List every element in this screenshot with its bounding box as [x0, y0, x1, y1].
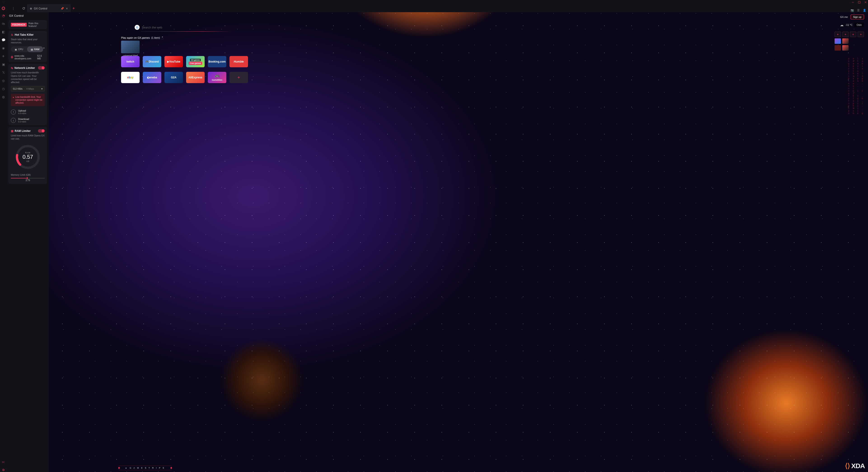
- speed-dial-main: GX.me Sign up ☁ -11 °C Oslo + + + +: [49, 12, 868, 472]
- maximize-button[interactable]: [858, 1, 861, 4]
- network-limiter-card: ⇆Network Limiter Limit how much bandwidt…: [8, 64, 47, 125]
- hot-tab-mem: 52.6 MB: [37, 55, 45, 60]
- upload-rate: ↑ Upload0.0 KB/s: [11, 109, 45, 115]
- signup-button[interactable]: Sign up: [850, 14, 864, 20]
- weather-icon: ☁: [840, 23, 844, 27]
- download-icon: ↓: [11, 118, 16, 123]
- opera-gx-logo[interactable]: [0, 4, 7, 12]
- ram-chip-icon: ▤: [11, 129, 13, 132]
- ram-icon: ▤: [31, 48, 33, 50]
- ram-title: RAM Limiter: [15, 129, 31, 132]
- quick-thumb-3[interactable]: [835, 45, 841, 51]
- music-icon[interactable]: ◍: [1, 95, 5, 99]
- play-again-section: Play again on GX.games (1 item) ⌃ univer…: [121, 36, 163, 57]
- dial-add[interactable]: +: [229, 72, 248, 83]
- svg-point-2: [3, 7, 4, 10]
- dial-gx-games[interactable]: GX.games Free games: [186, 56, 205, 67]
- dial-youtube[interactable]: ▶ YouTube: [164, 56, 183, 67]
- reload-button[interactable]: [20, 4, 28, 12]
- quick-thumb-4[interactable]: [842, 45, 848, 51]
- network-title: Network Limiter: [14, 66, 35, 69]
- feedback-link[interactable]: Rate this feature!: [28, 22, 45, 27]
- gxme-link[interactable]: GX.me: [840, 15, 848, 18]
- ram-gauge: RAM 0.57 GB: [14, 144, 41, 170]
- new-tab-button[interactable]: +: [70, 4, 77, 12]
- ram-limiter-card: ▤RAM Limiter Limit how much RAM Opera GX…: [8, 127, 47, 184]
- quick-add-3[interactable]: +: [850, 32, 856, 37]
- vpn-icon[interactable]: ⩙: [1, 460, 5, 464]
- network-toggle[interactable]: [38, 66, 45, 69]
- instagram-icon[interactable]: ▣: [1, 62, 5, 66]
- discord-icon[interactable]: ◎: [1, 78, 5, 83]
- quick-add-4[interactable]: +: [858, 32, 864, 37]
- search-bar[interactable]: G: [135, 24, 236, 31]
- cpu-icon: ▣: [15, 48, 17, 50]
- hot-tab-row[interactable]: www.xda-developers.com 52.6 MB: [11, 55, 45, 60]
- feedback-card[interactable]: FEEDBACK Rate this feature!: [8, 20, 47, 29]
- pin-tab-icon[interactable]: 📌: [61, 7, 64, 10]
- bandwidth-alert: ● Low bandwidth limit. Your connection s…: [11, 94, 45, 106]
- weather-temp: -11 °C: [845, 24, 852, 26]
- quick-add-2[interactable]: +: [842, 32, 848, 37]
- tab-favicon: ⊕: [30, 7, 32, 10]
- telegram-icon[interactable]: ✈: [1, 54, 5, 58]
- heart-icon[interactable]: ♡: [2, 1, 5, 4]
- resource-segment[interactable]: ▣CPU ▤RAM: [11, 46, 43, 52]
- close-window-button[interactable]: [864, 1, 867, 4]
- memory-limit-slider[interactable]: 3.75: [11, 178, 45, 182]
- settings-icon[interactable]: ⚙: [1, 468, 5, 472]
- profile-icon[interactable]: 👤: [863, 9, 866, 12]
- bandwidth-select[interactable]: 512 KB/s · 4 Mbps ▾: [11, 86, 45, 91]
- minimize-button[interactable]: [851, 1, 855, 4]
- add-resource-icon[interactable]: +: [43, 46, 45, 50]
- snapshot-icon[interactable]: 📷: [850, 9, 854, 12]
- dial-ebay[interactable]: ebay: [121, 72, 140, 83]
- x-twitter-icon[interactable]: 𝕏: [1, 70, 5, 74]
- svg-point-1: [2, 7, 5, 10]
- close-tab-icon[interactable]: ✕: [66, 7, 68, 10]
- google-icon[interactable]: G: [135, 25, 140, 30]
- tab-title: GX Control: [34, 7, 47, 10]
- shopping-icon[interactable]: 🛍: [1, 22, 5, 26]
- quick-add-1[interactable]: +: [835, 32, 841, 37]
- chevron-left-icon: ◂: [125, 467, 127, 469]
- dial-discord[interactable]: 🎮 Discord: [143, 56, 161, 67]
- dial-aliexpress[interactable]: AliExpress: [186, 72, 205, 83]
- download-rate: ↓ Download0.0 KB/s: [11, 118, 45, 123]
- play-again-header[interactable]: Play again on GX.games (1 item) ⌃: [121, 36, 163, 39]
- gx-control-icon[interactable]: ◔: [1, 13, 5, 18]
- memory-limit-label: Memory Limit (GB): [11, 173, 45, 177]
- menu-icon[interactable]: ⋮: [12, 7, 15, 10]
- clock-icon[interactable]: ◷: [1, 87, 5, 91]
- ram-desc: Limit how much RAM Opera GX can use.: [11, 134, 45, 140]
- messenger-icon[interactable]: ◉: [1, 46, 5, 50]
- svg-rect-0: [858, 1, 860, 3]
- game-tile-universal-thief[interactable]: universal thief: [121, 41, 140, 57]
- quick-thumb-2[interactable]: [842, 38, 848, 44]
- dial-humble[interactable]: Humble: [229, 56, 248, 67]
- dial-eneba[interactable]: ◐ eneba: [143, 72, 161, 83]
- whatsapp-icon[interactable]: 💬: [1, 38, 5, 42]
- gx-control-panel: GX Control FEEDBACK Rate this feature! ♨…: [7, 12, 49, 472]
- tab-gx-control[interactable]: ⊕ GX Control 📌 ✕: [28, 4, 70, 12]
- hot-tab-url: www.xda-developers.com: [14, 55, 37, 60]
- dial-twitch[interactable]: twitch: [121, 56, 140, 67]
- game-strips-bar[interactable]: ◂ G A M E S T R I P S: [119, 466, 172, 470]
- seg-cpu[interactable]: ▣CPU: [11, 46, 27, 52]
- flame-icon: ♨: [11, 33, 13, 36]
- dial-g2a[interactable]: G2A: [164, 72, 183, 83]
- network-icon: ⇆: [11, 66, 13, 69]
- quick-thumb-1[interactable]: [835, 38, 841, 44]
- easy-setup-icon[interactable]: ☰: [857, 9, 860, 12]
- hot-tabs-killer-card: ♨Hot Tabs Killer Slash tabs that steal y…: [8, 31, 47, 62]
- mods-icon[interactable]: ◧: [1, 30, 5, 34]
- seg-ram[interactable]: ▤RAM: [27, 46, 43, 52]
- ram-toggle[interactable]: [38, 129, 45, 132]
- search-input[interactable]: [142, 26, 236, 29]
- weather-widget[interactable]: ☁ -11 °C Oslo: [840, 23, 864, 27]
- weather-city[interactable]: Oslo: [854, 23, 864, 27]
- dial-booking[interactable]: Booking.com: [208, 56, 226, 67]
- hot-tabs-title: Hot Tabs Killer: [15, 33, 34, 36]
- dial-gamebites[interactable]: 🎮GameBites: [208, 72, 226, 83]
- xda-logo-icon: ⟨⟩: [845, 462, 850, 470]
